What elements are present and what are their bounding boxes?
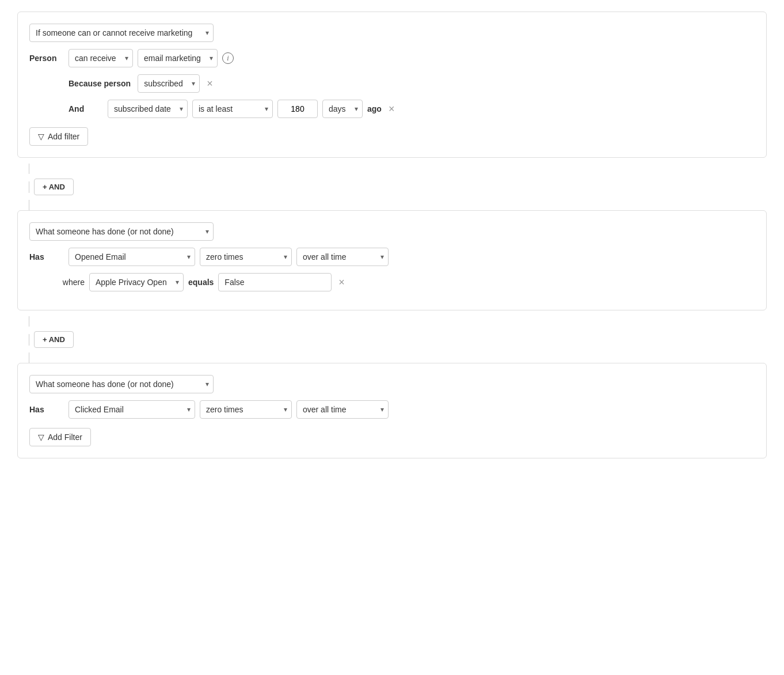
over-all-time-select-wrapper-2[interactable]: over all time <box>296 400 389 419</box>
opened-email-select-wrapper[interactable]: Opened Email <box>68 248 195 266</box>
days-number-input[interactable]: 180 <box>277 100 318 118</box>
and-row-close-button[interactable]: × <box>386 104 397 114</box>
main-condition-select-3[interactable]: What someone has done (or not done) <box>29 375 214 393</box>
has-label-2: Has <box>29 405 64 414</box>
connector-line-1 <box>29 164 29 174</box>
info-icon[interactable]: i <box>222 52 234 64</box>
zero-times-select-wrapper-2[interactable]: zero times <box>200 400 292 419</box>
opened-email-select[interactable]: Opened Email <box>68 248 195 266</box>
add-filter-button-2[interactable]: ▽ Add Filter <box>29 428 91 446</box>
days-select-wrapper[interactable]: days <box>322 100 363 118</box>
connector-line-2 <box>29 200 29 210</box>
zero-times-select-wrapper-1[interactable]: zero times <box>200 248 292 266</box>
can-receive-select[interactable]: can receive <box>68 49 133 67</box>
add-filter-button-1[interactable]: ▽ Add filter <box>29 127 88 146</box>
subscribed-date-select-wrapper[interactable]: subscribed date <box>108 100 188 118</box>
apple-privacy-select[interactable]: Apple Privacy Open <box>89 273 184 291</box>
where-label-1: where <box>56 278 85 287</box>
condition-block-1: If someone can or cannot receive marketi… <box>17 12 767 158</box>
main-condition-select-wrapper-2[interactable]: What someone has done (or not done) <box>29 222 214 241</box>
days-select[interactable]: days <box>322 100 363 118</box>
is-at-least-select[interactable]: is at least <box>192 100 273 118</box>
and-button-1[interactable]: + AND <box>34 179 74 195</box>
condition-block-2: What someone has done (or not done) Has … <box>17 210 767 310</box>
has-clicked-row: Has Clicked Email zero times over all ti… <box>29 400 755 419</box>
where-close-button-1[interactable]: × <box>336 277 347 287</box>
clicked-email-select[interactable]: Clicked Email <box>68 400 195 419</box>
main-condition-select-1[interactable]: If someone can or cannot receive marketi… <box>29 24 214 42</box>
email-marketing-select-wrapper[interactable]: email marketing <box>138 49 218 67</box>
over-all-time-select-1[interactable]: over all time <box>296 248 389 266</box>
main-condition-row-1: If someone can or cannot receive marketi… <box>29 24 755 42</box>
zero-times-select-1[interactable]: zero times <box>200 248 292 266</box>
and-button-2[interactable]: + AND <box>34 331 74 348</box>
false-value-input[interactable]: False <box>218 273 332 291</box>
connector-line-4 <box>29 352 29 363</box>
zero-times-select-2[interactable]: zero times <box>200 400 292 419</box>
because-person-close-button[interactable]: × <box>204 78 215 89</box>
and-label: And <box>68 104 103 113</box>
because-person-row: Because person subscribed × <box>68 74 755 93</box>
ago-label: ago <box>367 104 382 113</box>
add-filter-label-1: Add filter <box>48 132 79 141</box>
is-at-least-select-wrapper[interactable]: is at least <box>192 100 273 118</box>
condition-block-3: What someone has done (or not done) Has … <box>17 363 767 458</box>
clicked-email-select-wrapper[interactable]: Clicked Email <box>68 400 195 419</box>
and-row: And subscribed date is at least 180 days… <box>68 100 755 118</box>
main-condition-row-2: What someone has done (or not done) <box>29 222 755 241</box>
filter-icon-2: ▽ <box>38 433 44 442</box>
over-all-time-select-wrapper-1[interactable]: over all time <box>296 248 389 266</box>
where-row-1: where Apple Privacy Open equals False × <box>56 273 755 291</box>
has-opened-row: Has Opened Email zero times over all tim… <box>29 248 755 266</box>
because-person-label: Because person <box>68 79 131 88</box>
main-condition-select-2[interactable]: What someone has done (or not done) <box>29 222 214 241</box>
and-connector-2: + AND <box>17 331 767 348</box>
person-row: Person can receive email marketing i <box>29 49 755 67</box>
add-filter-label-2: Add Filter <box>48 433 82 442</box>
filter-icon-1: ▽ <box>38 132 44 141</box>
equals-label-1: equals <box>188 278 214 287</box>
can-receive-select-wrapper[interactable]: can receive <box>68 49 133 67</box>
and-connector-1: + AND <box>17 179 767 195</box>
has-label-1: Has <box>29 252 64 261</box>
main-condition-row-3: What someone has done (or not done) <box>29 375 755 393</box>
subscribed-select[interactable]: subscribed <box>138 74 200 93</box>
person-label: Person <box>29 54 64 63</box>
apple-privacy-select-wrapper[interactable]: Apple Privacy Open <box>89 273 184 291</box>
main-condition-select-wrapper-1[interactable]: If someone can or cannot receive marketi… <box>29 24 214 42</box>
subscribed-select-wrapper[interactable]: subscribed <box>138 74 200 93</box>
main-condition-select-wrapper-3[interactable]: What someone has done (or not done) <box>29 375 214 393</box>
over-all-time-select-2[interactable]: over all time <box>296 400 389 419</box>
connector-line-3 <box>29 316 29 327</box>
subscribed-date-select[interactable]: subscribed date <box>108 100 188 118</box>
email-marketing-select[interactable]: email marketing <box>138 49 218 67</box>
